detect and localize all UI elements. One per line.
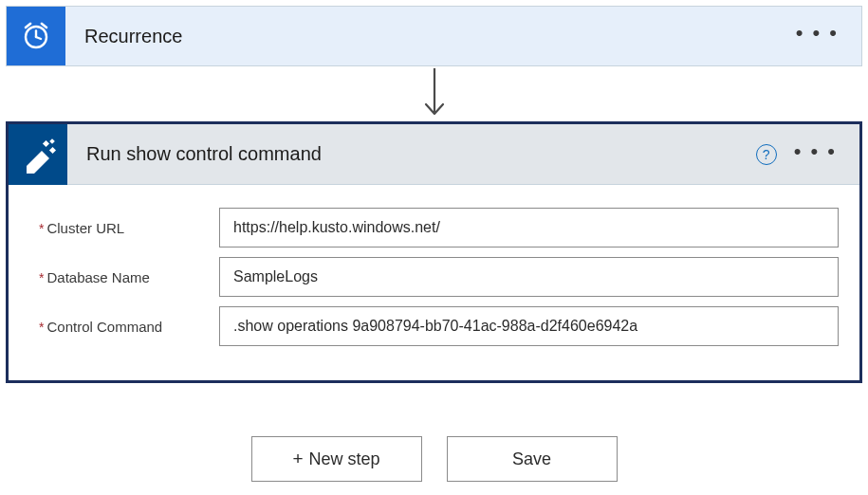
recurrence-icon-box [7, 7, 65, 65]
required-asterisk: * [39, 269, 44, 284]
more-icon[interactable]: • • • [796, 23, 839, 49]
required-asterisk: * [39, 220, 44, 235]
input-control-command[interactable] [219, 306, 839, 346]
row-control-command: * Control Command [39, 306, 839, 346]
new-step-label: New step [309, 449, 380, 469]
new-step-button[interactable]: + New step [251, 436, 422, 482]
plus-icon: + [292, 449, 303, 469]
action-header[interactable]: Run show control command ? • • • [9, 124, 859, 185]
kusto-icon [19, 136, 57, 174]
footer-buttons: + New step Save [6, 436, 862, 482]
clock-icon [18, 18, 54, 54]
action-icon-box [9, 124, 67, 185]
action-title: Run show control command [67, 143, 756, 165]
required-asterisk: * [39, 319, 44, 334]
svg-line-3 [26, 24, 30, 28]
action-step: Run show control command ? • • • * Clust… [6, 121, 862, 383]
connector-arrow [6, 66, 862, 121]
action-form: * Cluster URL * Database Name * Control … [9, 185, 859, 380]
arrow-down-icon [420, 66, 449, 121]
svg-line-2 [36, 37, 41, 39]
row-database-name: * Database Name [39, 257, 839, 297]
save-label: Save [512, 449, 551, 469]
svg-line-4 [42, 24, 46, 28]
svg-rect-9 [49, 138, 55, 144]
help-icon[interactable]: ? [756, 144, 777, 165]
svg-rect-8 [49, 146, 56, 153]
save-button[interactable]: Save [447, 436, 618, 482]
recurrence-title: Recurrence [65, 26, 796, 47]
input-database-name[interactable] [219, 257, 839, 297]
recurrence-actions: • • • [796, 23, 861, 49]
label-text-cluster-url: Cluster URL [46, 220, 124, 236]
more-icon[interactable]: • • • [794, 141, 837, 168]
label-text-control-command: Control Command [46, 319, 162, 335]
label-cluster-url: * Cluster URL [39, 220, 219, 236]
row-cluster-url: * Cluster URL [39, 208, 839, 248]
recurrence-header[interactable]: Recurrence • • • [7, 7, 861, 65]
recurrence-step[interactable]: Recurrence • • • [6, 6, 862, 66]
input-cluster-url[interactable] [219, 208, 839, 248]
svg-marker-6 [27, 151, 49, 174]
label-database-name: * Database Name [39, 269, 219, 285]
label-text-database-name: Database Name [46, 269, 149, 285]
action-actions: ? • • • [756, 141, 859, 168]
label-control-command: * Control Command [39, 319, 219, 335]
svg-rect-7 [43, 139, 49, 146]
